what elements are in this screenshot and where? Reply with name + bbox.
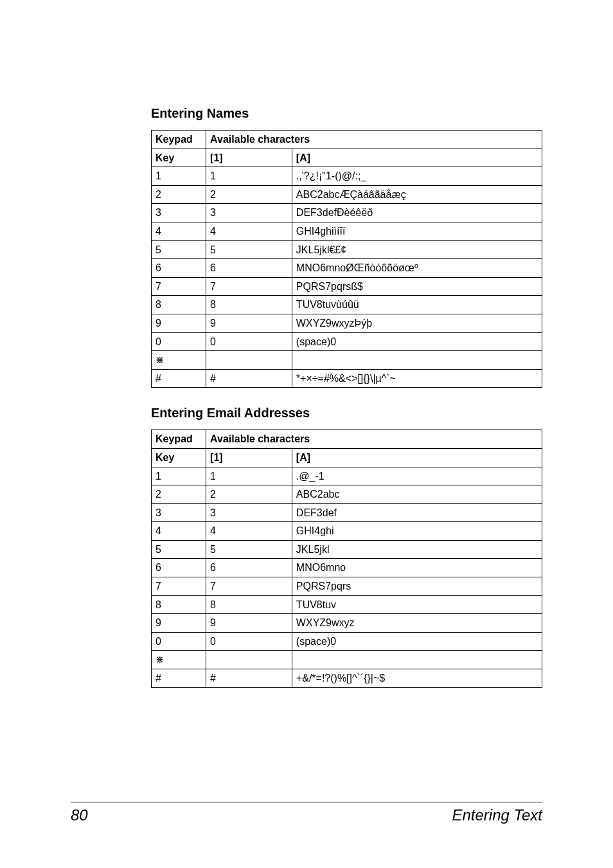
page-number: 80 [71, 806, 88, 824]
cell-mode-1: 3 [206, 204, 292, 222]
table-row: 33DEF3defÐèéêëð [152, 204, 542, 222]
cell-key: 5 [152, 540, 206, 559]
cell-mode-a: .@_-1 [292, 467, 542, 485]
header-mode-a: [A] [292, 448, 542, 467]
cell-mode-1: 3 [206, 503, 292, 522]
cell-mode-1 [206, 351, 292, 370]
cell-mode-1: 7 [206, 277, 292, 296]
cell-key: ⋇ [152, 351, 206, 370]
cell-mode-1: 9 [206, 614, 292, 633]
header-mode-a: [A] [292, 149, 542, 167]
cell-mode-1: 9 [206, 314, 292, 332]
cell-mode-a: WXYZ9wxyzÞýþ [292, 314, 542, 332]
cell-key: 9 [152, 314, 206, 332]
cell-mode-1 [206, 651, 292, 669]
page: Entering Names Keypad Available characte… [0, 0, 613, 868]
cell-mode-a: *+×÷=#%&<>[]{}\|µ^`~ [292, 369, 542, 388]
cell-key: 3 [152, 503, 206, 522]
cell-mode-a: (space)0 [292, 632, 542, 651]
cell-key: 7 [152, 277, 206, 296]
header-keypad: Keypad [152, 131, 206, 149]
table-row: 44GHI4ghi [152, 522, 542, 541]
header-mode-1: [1] [206, 448, 292, 467]
table-row: ⋇ [152, 651, 542, 669]
cell-mode-1: 1 [206, 467, 292, 485]
table-row: 66MNO6mnoØŒñòóôõöøœº [152, 259, 542, 278]
cell-key: 5 [152, 240, 206, 259]
cell-mode-a: TUV8tuv [292, 595, 542, 614]
cell-key: # [152, 669, 206, 688]
cell-key: 2 [152, 485, 206, 504]
cell-mode-a: PQRS7pqrs [292, 577, 542, 596]
table-entering-names: Keypad Available characters Key [1] [A] … [151, 130, 542, 388]
cell-mode-1: # [206, 369, 292, 388]
cell-mode-a: .,'?¿!¡"1-()@/:;_ [292, 167, 542, 186]
cell-key: 8 [152, 296, 206, 314]
cell-mode-1: 0 [206, 332, 292, 351]
table-row: Key [1] [A] [152, 149, 542, 167]
table-row: 55JKL5jkl [152, 540, 542, 559]
table-row: 88TUV8tuv [152, 595, 542, 614]
cell-mode-1: 2 [206, 485, 292, 504]
cell-mode-1: 8 [206, 296, 292, 314]
cell-mode-a: +&/*=!?()%[]^`´{}|~$ [292, 669, 542, 688]
cell-key: 6 [152, 259, 206, 278]
cell-key: 6 [152, 559, 206, 577]
cell-mode-a: PQRS7pqrsß$ [292, 277, 542, 296]
cell-mode-1: 6 [206, 259, 292, 278]
cell-mode-a: GHI4ghiìíîï [292, 222, 542, 240]
cell-key: 0 [152, 332, 206, 351]
cell-key: 7 [152, 577, 206, 596]
cell-mode-a [292, 351, 542, 370]
cell-mode-a: JKL5jkl [292, 540, 542, 559]
table-row: ##*+×÷=#%&<>[]{}\|µ^`~ [152, 369, 542, 388]
cell-mode-a: DEF3def [292, 503, 542, 522]
cell-key: 0 [152, 632, 206, 651]
heading-entering-emails: Entering Email Addresses [151, 406, 542, 420]
footer-rule [71, 802, 542, 802]
cell-mode-1: 7 [206, 577, 292, 596]
header-available: Available characters [206, 430, 542, 449]
table-row: 99WXYZ9wxyz [152, 614, 542, 633]
cell-mode-1: 4 [206, 222, 292, 240]
table-entering-emails: Keypad Available characters Key [1] [A] … [151, 429, 542, 687]
cell-mode-a: ABC2abc [292, 485, 542, 504]
table-row: ⋇ [152, 351, 542, 370]
cell-key: 9 [152, 614, 206, 633]
page-footer: 80 Entering Text [71, 802, 542, 824]
table-row: 77PQRS7pqrsß$ [152, 277, 542, 296]
table-row: 22ABC2abc [152, 485, 542, 504]
cell-mode-1: 0 [206, 632, 292, 651]
cell-key: ⋇ [152, 651, 206, 669]
header-available: Available characters [206, 131, 542, 149]
table-row: Keypad Available characters [152, 430, 542, 449]
header-key: Key [152, 448, 206, 467]
cell-mode-a [292, 651, 542, 669]
table-row: 11.,'?¿!¡"1-()@/:;_ [152, 167, 542, 186]
table-row: Key [1] [A] [152, 448, 542, 467]
cell-mode-a: TUV8tuvùúûü [292, 296, 542, 314]
cell-mode-1: 2 [206, 185, 292, 204]
cell-key: 2 [152, 185, 206, 204]
cell-key: 1 [152, 167, 206, 186]
cell-mode-1: 8 [206, 595, 292, 614]
table-row: 88TUV8tuvùúûü [152, 296, 542, 314]
section-title: Entering Text [452, 806, 542, 824]
cell-mode-a: WXYZ9wxyz [292, 614, 542, 633]
table-row: Keypad Available characters [152, 131, 542, 149]
table-row: 00(space)0 [152, 332, 542, 351]
header-key: Key [152, 149, 206, 167]
header-keypad: Keypad [152, 430, 206, 449]
cell-key: # [152, 369, 206, 388]
cell-key: 1 [152, 467, 206, 485]
cell-key: 4 [152, 522, 206, 541]
cell-mode-a: MNO6mnoØŒñòóôõöøœº [292, 259, 542, 278]
table-row: 00(space)0 [152, 632, 542, 651]
cell-mode-1: 5 [206, 240, 292, 259]
cell-key: 8 [152, 595, 206, 614]
header-mode-1: [1] [206, 149, 292, 167]
cell-mode-1: 6 [206, 559, 292, 577]
table-row: 99WXYZ9wxyzÞýþ [152, 314, 542, 332]
table-row: 11.@_-1 [152, 467, 542, 485]
cell-mode-a: ABC2abcÆÇàáâãäåæç [292, 185, 542, 204]
